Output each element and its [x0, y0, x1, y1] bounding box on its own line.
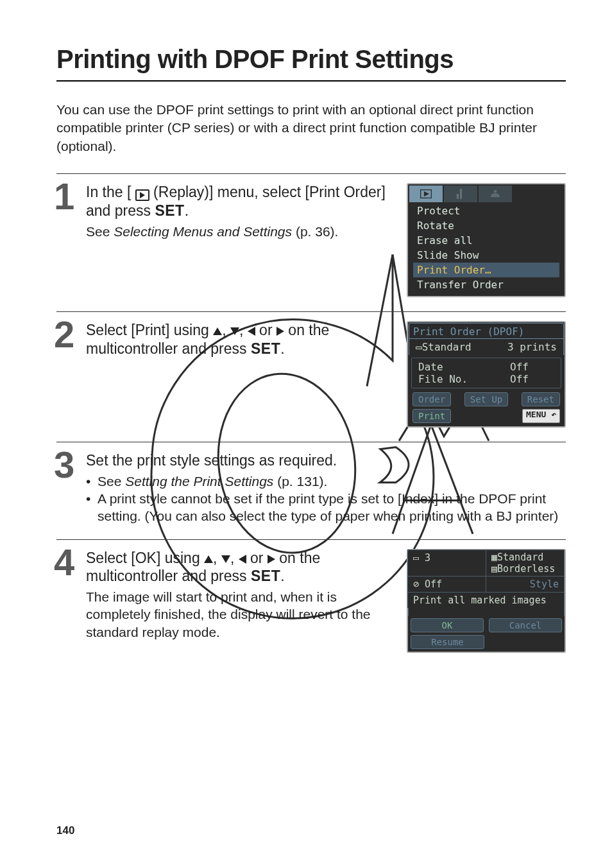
- lcd-setup-btn: Set Up: [464, 392, 509, 406]
- step-number: 3: [54, 446, 74, 483]
- down-arrow-icon: [230, 327, 239, 335]
- lcd3-off: ⊘ Off: [407, 576, 486, 593]
- lcd-menu-badge: MENU ↶: [522, 409, 560, 423]
- up-arrow-icon: [213, 327, 222, 335]
- right-arrow-icon: [268, 555, 275, 564]
- step3-b1a: See: [98, 474, 125, 489]
- step1-see-a: See: [86, 224, 114, 239]
- left-arrow-icon: [239, 555, 246, 564]
- lcd-date-label: Date: [418, 361, 443, 373]
- tab-mycamera: [479, 186, 512, 202]
- step2-or: or: [259, 322, 276, 338]
- page-title: Printing with DPOF Print Settings: [56, 45, 566, 82]
- step1-see-b: Selecting Menus and Settings: [114, 224, 292, 239]
- menu-transfer-order: Transfer Order: [413, 277, 559, 292]
- menu-slide-show: Slide Show: [413, 248, 559, 263]
- step3-head: Set the print style settings as required…: [86, 451, 566, 470]
- lcd-header: Print Order (DPOF): [409, 323, 564, 338]
- screenshot-replay-menu: Protect Rotate Erase all Slide Show Prin…: [407, 183, 566, 297]
- lcd-order-btn: Order: [412, 392, 451, 406]
- lcd3-cancel: Cancel: [489, 618, 562, 632]
- step-1: 1 In the [ (Replay)] menu, select [Print…: [56, 173, 566, 311]
- lcd-fileno-label: File No.: [418, 373, 468, 385]
- intro-text: You can use the DPOF print settings to p…: [56, 101, 566, 155]
- menu-print-order-label: Print Order: [417, 264, 485, 276]
- menu-erase-all: Erase all: [413, 233, 559, 248]
- right-arrow-icon: [276, 327, 284, 336]
- down-arrow-icon: [221, 555, 230, 563]
- lcd3-resume: Resume: [411, 635, 484, 649]
- step1-text-a: In the [: [86, 184, 131, 200]
- step1-see-c: (p. 36).: [296, 224, 339, 239]
- lcd-print-btn: Print: [412, 409, 451, 423]
- step3-b1c: (p. 131).: [277, 474, 327, 489]
- lcd-standard-label: ▭Standard: [416, 341, 472, 353]
- step4-text-a: Select [OK] using: [86, 550, 204, 566]
- lcd3-right-top: ▦Standard ▤Borderless: [486, 550, 565, 577]
- step3-b1b: Setting the Print Settings: [125, 474, 273, 489]
- lcd3-copies: ▭ 3: [407, 550, 486, 577]
- replay-icon: [135, 189, 149, 201]
- lcd-prints-count: 3 prints: [507, 341, 557, 353]
- lcd3-msg: Print all marked images: [407, 592, 565, 608]
- up-arrow-icon: [204, 555, 213, 563]
- tab-replay: [409, 186, 443, 202]
- step1-text-c: .: [185, 202, 189, 219]
- step3-b2: A print style cannot be set if the print…: [86, 490, 566, 525]
- set-label: SET: [251, 340, 280, 357]
- step-4: 4 Select [OK] using , , or on the multic…: [56, 539, 566, 667]
- set-label: SET: [155, 202, 184, 219]
- step-number: 4: [54, 544, 74, 581]
- step-number: 2: [54, 316, 74, 353]
- menu-protect: Protect: [413, 204, 559, 218]
- step-number: 1: [54, 178, 74, 215]
- lcd-reset-btn: Reset: [522, 392, 560, 406]
- set-label: SET: [251, 568, 280, 584]
- step-3: 3 Set the print style settings as requir…: [56, 442, 566, 539]
- screenshot-print-order: Print Order (DPOF) ▭Standard 3 prints Da…: [407, 321, 566, 428]
- svg-rect-3: [457, 194, 459, 199]
- step4-body: The image will start to print and, when …: [86, 588, 398, 641]
- svg-point-5: [494, 190, 497, 193]
- left-arrow-icon: [248, 327, 255, 336]
- svg-marker-2: [424, 191, 429, 196]
- page-number: 140: [56, 824, 74, 837]
- lcd-date-value: Off: [510, 361, 529, 373]
- lcd-fileno-value: Off: [510, 373, 529, 385]
- lcd3-style: Style: [486, 576, 565, 593]
- svg-rect-4: [460, 189, 462, 199]
- step2-text-a: Select [Print] using: [86, 322, 213, 338]
- menu-rotate: Rotate: [413, 218, 559, 233]
- step-2: 2 Select [Print] using , , or on the mul…: [56, 311, 566, 442]
- screenshot-print-confirm: ▭ 3 ▦Standard ▤Borderless ⊘ Off Style Pr…: [407, 549, 566, 653]
- step4-or: or: [250, 550, 268, 566]
- tab-setup: [444, 186, 477, 202]
- step1-text-b: (Replay)] menu, select [Print Order] and…: [86, 184, 386, 219]
- menu-print-order: Print Order…: [413, 263, 559, 277]
- lcd3-ok: OK: [411, 618, 484, 632]
